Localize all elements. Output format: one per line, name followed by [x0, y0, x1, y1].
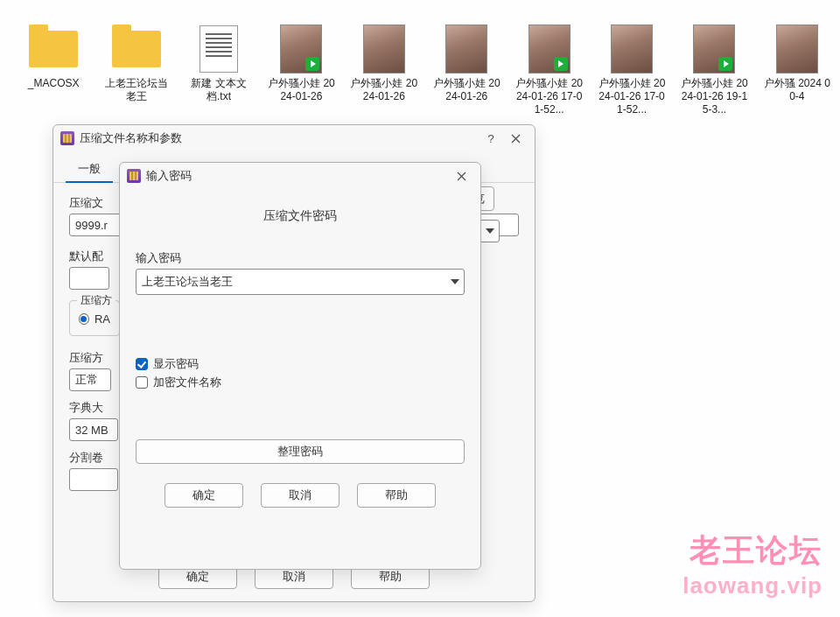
image-thumbnail [776, 25, 818, 74]
file-label: 户外骚小娃 2024-01-26 [267, 77, 335, 103]
file-item[interactable]: 户外骚小娃 2024-01-26 [267, 25, 335, 116]
video-thumbnail [280, 25, 322, 74]
file-item[interactable]: 户外骚小娃 2024-01-26 [432, 25, 500, 116]
titlebar: 输入密码 [120, 163, 480, 189]
file-item[interactable]: _MACOSX [19, 25, 88, 116]
file-label: 上老王论坛当老王 [102, 77, 170, 103]
play-icon [554, 57, 568, 71]
show-password-checkbox[interactable]: 显示密码 [136, 356, 465, 372]
encrypt-filenames-checkbox[interactable]: 加密文件名称 [136, 375, 465, 390]
video-thumbnail [693, 25, 735, 74]
dialog-title: 输入密码 [146, 168, 449, 184]
file-item[interactable]: 户外骚小娃 2024-01-26 19-15-3... [680, 25, 748, 116]
format-group-label: 压缩方 [77, 293, 116, 308]
enter-password-dialog: 输入密码 压缩文件密码 输入密码 上老王论坛当老王 显示密码 加密文件名称 整理… [119, 162, 481, 570]
image-thumbnail [611, 25, 653, 74]
chevron-down-icon[interactable] [445, 269, 465, 295]
show-password-label: 显示密码 [153, 356, 199, 372]
text-file-icon [200, 25, 238, 73]
file-item[interactable]: 户外骚小娃 2024-01-26 [350, 25, 418, 116]
radio-rar[interactable]: RA [79, 312, 110, 326]
image-thumbnail [363, 25, 405, 74]
winrar-icon [60, 131, 74, 145]
image-thumbnail [445, 25, 487, 74]
file-item[interactable]: 户外骚小娃 2024-01-26 17-01-52... [514, 25, 583, 116]
watermark-line2: laowang.vip [682, 572, 822, 599]
file-label: 户外骚小娃 2024-01-26 19-15-3... [680, 77, 748, 116]
radio-rar-label: RA [94, 312, 110, 326]
password-heading: 压缩文件密码 [136, 208, 465, 224]
profile-button[interactable] [69, 267, 109, 290]
file-label: 户外骚小娃 2024-01-26 17-01-52... [598, 77, 666, 116]
watermark: 老王论坛 laowang.vip [682, 529, 822, 599]
dictionary-size-dropdown[interactable]: 32 MB [69, 418, 118, 441]
file-label: _MACOSX [28, 77, 80, 90]
file-label: 户外骚小娃 2024-01-26 [350, 77, 418, 103]
file-item[interactable]: 户外骚 2024 00-4 [763, 25, 831, 116]
password-cancel-button[interactable]: 取消 [261, 483, 340, 508]
encrypt-filenames-label: 加密文件名称 [153, 375, 221, 390]
password-input[interactable]: 上老王论坛当老王 [136, 269, 465, 295]
compression-method-dropdown[interactable]: 正常 [69, 368, 111, 391]
password-help-button[interactable]: 帮助 [357, 483, 436, 508]
organize-passwords-button[interactable]: 整理密码 [136, 439, 465, 464]
titlebar: 压缩文件名称和参数 ? [53, 125, 535, 151]
close-button[interactable] [449, 166, 473, 186]
help-button[interactable]: ? [479, 129, 503, 148]
file-item[interactable]: 上老王论坛当老王 [102, 25, 170, 116]
file-label: 新建 文本文档.txt [185, 77, 253, 103]
file-explorer: _MACOSX上老王论坛当老王新建 文本文档.txt户外骚小娃 2024-01-… [0, 0, 840, 116]
file-item[interactable]: 户外骚小娃 2024-01-26 17-01-52... [598, 25, 666, 116]
dialog-title: 压缩文件名称和参数 [80, 130, 479, 146]
file-label: 户外骚 2024 00-4 [763, 77, 831, 103]
winrar-icon [127, 169, 141, 183]
enter-password-label: 输入密码 [136, 250, 465, 266]
file-label: 户外骚小娃 2024-01-26 17-01-52... [514, 77, 583, 116]
split-volume-input[interactable] [69, 468, 118, 491]
close-button[interactable] [503, 129, 528, 148]
play-icon [718, 57, 732, 71]
watermark-line1: 老王论坛 [682, 529, 822, 572]
folder-icon [112, 31, 161, 67]
file-item[interactable]: 新建 文本文档.txt [185, 25, 253, 116]
password-ok-button[interactable]: 确定 [164, 483, 243, 508]
tab-general[interactable]: 一般 [66, 157, 113, 182]
file-label: 户外骚小娃 2024-01-26 [432, 77, 500, 103]
play-icon [305, 57, 319, 71]
video-thumbnail [528, 25, 570, 74]
folder-icon [29, 31, 78, 67]
chevron-down-icon [480, 220, 500, 242]
